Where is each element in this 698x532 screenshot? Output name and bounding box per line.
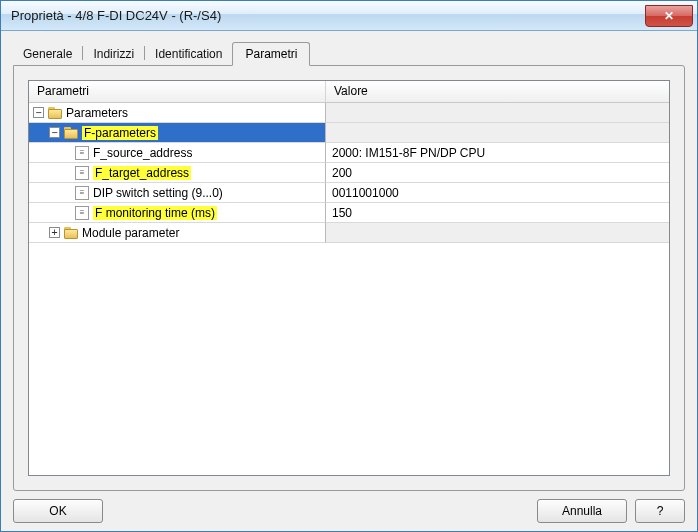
tree-row-dip-switch[interactable]: DIP switch setting (9...0) 0011001000	[29, 183, 669, 203]
tree-value[interactable]: 0011001000	[326, 183, 669, 203]
property-icon	[75, 206, 89, 220]
tree-row-module-parameter[interactable]: + Module parameter	[29, 223, 669, 243]
close-button[interactable]: ✕	[645, 5, 693, 27]
column-header-valore[interactable]: Valore	[325, 81, 669, 102]
tab-generale[interactable]: Generale	[13, 43, 82, 65]
tree-label: F_target_address	[93, 166, 191, 180]
property-icon	[75, 146, 89, 160]
properties-dialog: Proprietà - 4/8 F-DI DC24V - (R-/S4) ✕ G…	[0, 0, 698, 532]
tree-label: DIP switch setting (9...0)	[93, 186, 223, 200]
folder-icon	[64, 127, 78, 139]
tabpanel-parametri: Parametri Valore − Parameters	[13, 65, 685, 491]
tree-value	[326, 103, 669, 123]
column-header-parametri[interactable]: Parametri	[29, 81, 326, 102]
parameter-grid: Parametri Valore − Parameters	[28, 80, 670, 476]
tree-value[interactable]: 200	[326, 163, 669, 183]
window-title: Proprietà - 4/8 F-DI DC24V - (R-/S4)	[11, 8, 645, 23]
property-icon	[75, 166, 89, 180]
tree-row-parameters[interactable]: − Parameters	[29, 103, 669, 123]
tab-parametri[interactable]: Parametri	[232, 42, 310, 66]
dialog-button-row: OK Annulla ?	[13, 491, 685, 523]
tree-label: Parameters	[66, 106, 128, 120]
folder-icon	[64, 227, 78, 239]
tree-label: F monitoring time (ms)	[93, 206, 217, 220]
tree-value	[326, 223, 669, 243]
tab-identification[interactable]: Identification	[145, 43, 232, 65]
expander-icon[interactable]: +	[49, 227, 60, 238]
tree-value[interactable]: 150	[326, 203, 669, 223]
client-area: Generale Indirizzi Identification Parame…	[1, 31, 697, 531]
help-button[interactable]: ?	[635, 499, 685, 523]
tree-value	[326, 123, 669, 143]
property-icon	[75, 186, 89, 200]
expander-icon[interactable]: −	[49, 127, 60, 138]
folder-icon	[48, 107, 62, 119]
tree-row-f-source-address[interactable]: F_source_address 2000: IM151-8F PN/DP CP…	[29, 143, 669, 163]
cancel-button[interactable]: Annulla	[537, 499, 627, 523]
grid-body: − Parameters − F-parameters	[29, 103, 669, 475]
tab-row: Generale Indirizzi Identification Parame…	[13, 41, 685, 65]
grid-header: Parametri Valore	[29, 81, 669, 103]
titlebar: Proprietà - 4/8 F-DI DC24V - (R-/S4) ✕	[1, 1, 697, 31]
tree-row-f-target-address[interactable]: F_target_address 200	[29, 163, 669, 183]
expander-icon[interactable]: −	[33, 107, 44, 118]
tree-label: F_source_address	[93, 146, 192, 160]
ok-button[interactable]: OK	[13, 499, 103, 523]
tree-label: F-parameters	[82, 126, 158, 140]
tree-value[interactable]: 2000: IM151-8F PN/DP CPU	[326, 143, 669, 163]
tab-indirizzi[interactable]: Indirizzi	[83, 43, 144, 65]
tree-label: Module parameter	[82, 226, 179, 240]
tree-row-f-parameters[interactable]: − F-parameters	[29, 123, 669, 143]
tree-row-f-monitoring-time[interactable]: F monitoring time (ms) 150	[29, 203, 669, 223]
close-icon: ✕	[664, 9, 674, 23]
